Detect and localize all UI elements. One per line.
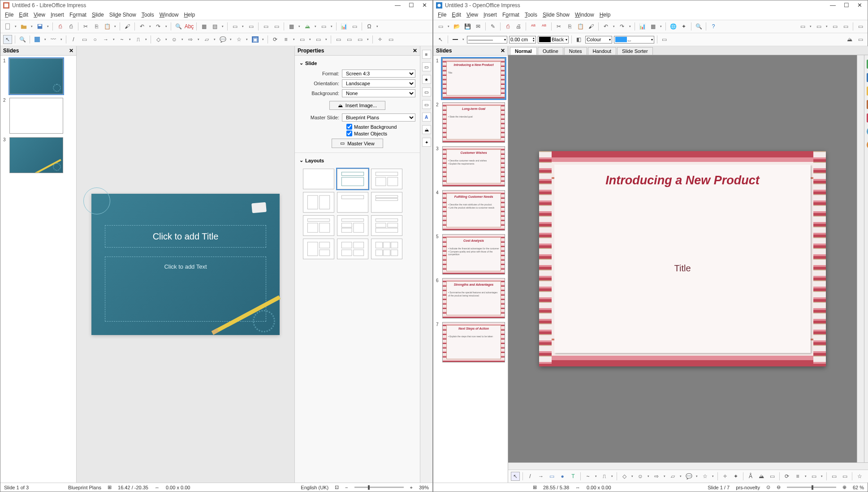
tab-handout[interactable]: Handout: [588, 47, 617, 55]
minimize-button[interactable]: —: [395, 2, 401, 9]
transition-tab-icon[interactable]: [867, 127, 868, 136]
edit-button[interactable]: ✎: [488, 22, 497, 31]
insert-special-button[interactable]: Ω: [365, 22, 374, 31]
filter-tool[interactable]: ▭: [355, 35, 364, 44]
scrollbar-h[interactable]: [508, 462, 868, 470]
extrusion-tool[interactable]: ▭: [829, 472, 838, 481]
maximize-button[interactable]: ☐: [409, 2, 414, 9]
slide-thumb-3[interactable]: 3Customer Wishes• Describe customer need…: [436, 146, 505, 187]
chart-button[interactable]: 📊: [638, 22, 647, 31]
layout-7[interactable]: [303, 215, 334, 236]
export-pdf-button[interactable]: ⎙: [56, 22, 65, 31]
print-button[interactable]: ⎙: [66, 22, 75, 31]
oo-title-text[interactable]: Introducing a New Product: [561, 174, 803, 187]
master-bg-checkbox[interactable]: [346, 124, 352, 130]
print-button[interactable]: 🖨: [514, 22, 523, 31]
layout-5[interactable]: [337, 192, 368, 213]
line-color-select[interactable]: Black ▾: [538, 36, 569, 44]
paste-button[interactable]: 📋: [103, 22, 112, 31]
undo-button[interactable]: ↶: [138, 22, 147, 31]
layout-2[interactable]: [337, 169, 368, 189]
menu-file[interactable]: File: [438, 12, 446, 18]
format-paint-button[interactable]: 🖌: [587, 22, 596, 31]
insert-media-button[interactable]: ▭: [319, 22, 328, 31]
cut-button[interactable]: ✂: [81, 22, 90, 31]
menu-format[interactable]: Format: [502, 12, 519, 18]
master-view-button[interactable]: ▭Master View: [332, 139, 383, 148]
glue-tool[interactable]: ✦: [731, 472, 740, 481]
menu-window[interactable]: Window: [575, 12, 594, 18]
display-views-button[interactable]: ▭: [230, 22, 239, 31]
pdf-button[interactable]: ⎙: [503, 22, 512, 31]
points-tool[interactable]: ✧: [721, 472, 730, 481]
insert-image-button[interactable]: ⛰: [303, 22, 312, 31]
zoom-slider[interactable]: [354, 487, 404, 488]
layout-9[interactable]: [371, 215, 402, 236]
connector-tool[interactable]: ⎍: [600, 472, 609, 481]
animation-tab-icon[interactable]: [867, 140, 868, 149]
master-obj-checkbox[interactable]: [346, 131, 352, 136]
arrowline-tool[interactable]: →: [536, 472, 545, 481]
curve-tool[interactable]: ~: [117, 35, 126, 44]
insert-chart-button[interactable]: 📊: [339, 22, 348, 31]
copy-button[interactable]: ⎘: [92, 22, 101, 31]
start-current-button[interactable]: ▭: [272, 22, 281, 31]
navigator-button[interactable]: ✦: [679, 22, 688, 31]
line-style-button[interactable]: [451, 35, 460, 44]
slide-tab-icon[interactable]: ▭: [422, 62, 431, 71]
shadow-tool[interactable]: ▭: [334, 35, 343, 44]
maximize-button[interactable]: ☐: [844, 2, 849, 9]
custom-tab-icon[interactable]: [867, 100, 868, 109]
lo-slide-canvas[interactable]: Click to add Title Click to add Text: [91, 194, 280, 335]
menu-window[interactable]: Window: [160, 12, 179, 18]
menu-slideshow[interactable]: Slide Show: [543, 12, 570, 18]
menu-edit[interactable]: Edit: [19, 12, 28, 18]
master-tab-icon[interactable]: [867, 73, 868, 82]
image-button[interactable]: ⛰: [845, 35, 854, 44]
block-arrows-tool[interactable]: ⇨: [652, 472, 661, 481]
rotate-tool[interactable]: ⟳: [271, 35, 280, 44]
gluepoints-tool[interactable]: ✧: [376, 35, 384, 44]
design-tab-icon[interactable]: [867, 113, 868, 122]
menu-tools[interactable]: Tools: [142, 12, 154, 18]
close-button[interactable]: ✕: [857, 2, 862, 9]
ellipse-tool[interactable]: ●: [558, 472, 567, 481]
format-select[interactable]: Screen 4:3: [342, 70, 415, 78]
oo-subtitle-text[interactable]: Title: [561, 263, 803, 274]
block-arrows-tool[interactable]: ⇨: [186, 35, 195, 44]
save-button[interactable]: [35, 22, 44, 31]
fontwork-tool[interactable]: Å: [746, 472, 755, 481]
tab-slide-sorter[interactable]: Slide Sorter: [617, 47, 652, 55]
slide-thumb-7[interactable]: 7Next Steps of Action• Explain the steps…: [436, 322, 505, 362]
redo-button[interactable]: ↷: [618, 22, 626, 31]
align-tool[interactable]: ≡: [793, 472, 802, 481]
arrange-tool[interactable]: ▭: [809, 472, 818, 481]
flowchart-tool[interactable]: ▱: [202, 35, 211, 44]
from-file-tool[interactable]: ⛰: [757, 472, 766, 481]
layout-10[interactable]: [303, 239, 334, 259]
rotate-tool[interactable]: ⟳: [782, 472, 791, 481]
help-button[interactable]: ?: [709, 22, 718, 31]
slide-thumb-4[interactable]: 4Fulfilling Customer Needs• Describe the…: [436, 190, 505, 231]
gallery-tool[interactable]: ▭: [768, 472, 777, 481]
menu-help[interactable]: Help: [600, 12, 611, 18]
zoom-slider[interactable]: [787, 487, 836, 488]
scrollbar-v[interactable]: [857, 55, 864, 462]
open-button[interactable]: 📂: [452, 22, 461, 31]
menu-insert[interactable]: Insert: [51, 12, 64, 18]
basic-shapes-tool[interactable]: ◇: [620, 472, 629, 481]
transitions-tab-icon[interactable]: ★: [422, 75, 431, 84]
layout-6[interactable]: [371, 192, 402, 213]
background-select[interactable]: None: [342, 89, 415, 97]
navigator-tab-icon[interactable]: ✦: [422, 138, 431, 147]
oo-slide-canvas[interactable]: Introducing a New Product Title: [539, 151, 826, 366]
arrange-tool[interactable]: ▭: [298, 35, 307, 44]
rect-tool[interactable]: ▭: [80, 35, 89, 44]
text-tool[interactable]: T: [569, 472, 578, 481]
spellcheck-button[interactable]: Abç: [185, 22, 194, 31]
area-style-button[interactable]: ◧: [574, 35, 583, 44]
tab-outline[interactable]: Outline: [538, 47, 563, 55]
open-button[interactable]: [19, 22, 28, 31]
orientation-select[interactable]: Landscape: [342, 79, 415, 87]
symbol-shapes-tool[interactable]: ☺: [636, 472, 645, 481]
